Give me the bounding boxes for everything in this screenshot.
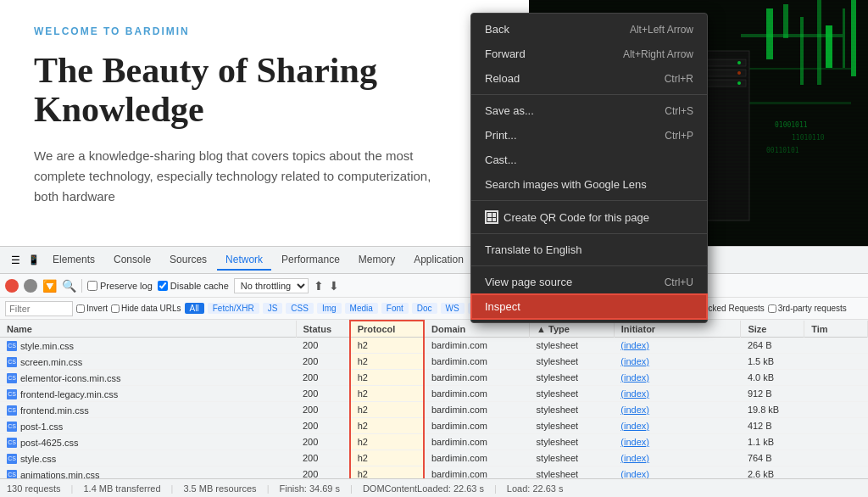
- tab-console[interactable]: Console: [105, 250, 159, 271]
- tab-network[interactable]: Network: [217, 250, 271, 271]
- table-row[interactable]: CS elementor-icons.min.css 200 h2 bardim…: [0, 370, 868, 386]
- export-icon[interactable]: ⬇: [329, 279, 339, 293]
- devtools-icon-mobile[interactable]: 📱: [25, 252, 42, 269]
- filter-ws[interactable]: WS: [441, 303, 465, 314]
- tab-memory[interactable]: Memory: [350, 250, 403, 271]
- filter-fetch-xhr[interactable]: Fetch/XHR: [208, 303, 259, 314]
- table-row[interactable]: CS screen.min.css 200 h2 bardimin.com st…: [0, 354, 868, 370]
- cell-initiator-2: (index): [614, 370, 741, 386]
- status-pipe-1: |: [71, 483, 74, 494]
- status-pipe-5: |: [494, 483, 497, 494]
- menu-item-qr[interactable]: Create QR Code for this page: [471, 204, 707, 230]
- filter-font[interactable]: Font: [381, 303, 409, 314]
- table-row[interactable]: CS frontend-legacy.min.css 200 h2 bardim…: [0, 386, 868, 402]
- cell-name-0: CS style.min.css: [0, 338, 296, 354]
- cell-size-1: 1.5 kB: [741, 354, 804, 370]
- col-size[interactable]: Size: [741, 321, 804, 338]
- cell-protocol-0: h2: [350, 338, 424, 354]
- table-row[interactable]: CS animations.min.css 200 h2 bardimin.co…: [0, 466, 868, 479]
- initiator-link-5[interactable]: (index): [620, 421, 649, 431]
- file-icon-3: CS frontend-legacy.min.css: [7, 389, 118, 399]
- preserve-log-label[interactable]: Preserve log: [87, 281, 153, 291]
- initiator-link-7[interactable]: (index): [620, 453, 649, 463]
- col-protocol[interactable]: Protocol: [350, 321, 424, 338]
- filter-js[interactable]: JS: [263, 303, 283, 314]
- cell-type-7: stylesheet: [530, 450, 615, 466]
- initiator-link-6[interactable]: (index): [620, 437, 649, 447]
- throttle-select[interactable]: No throttling Slow 3G Fast 3G: [234, 278, 309, 293]
- tab-elements[interactable]: Elements: [44, 250, 103, 271]
- menu-item-print[interactable]: Print... Ctrl+P: [471, 123, 707, 148]
- filter-css[interactable]: CSS: [286, 303, 314, 314]
- svg-rect-2: [783, 4, 788, 38]
- cell-name-2: CS elementor-icons.min.css: [0, 370, 296, 386]
- cell-status-7: 200: [296, 450, 350, 466]
- filter-icon[interactable]: 🔽: [42, 279, 57, 293]
- disable-cache-checkbox[interactable]: [158, 281, 168, 291]
- tab-application[interactable]: Application: [405, 250, 472, 271]
- cell-protocol-8: h2: [350, 466, 424, 479]
- record-button[interactable]: [5, 279, 19, 293]
- initiator-link-0[interactable]: (index): [620, 340, 649, 350]
- cell-size-3: 912 B: [741, 386, 804, 402]
- menu-item-forward[interactable]: Forward Alt+Right Arrow: [471, 42, 707, 66]
- cell-initiator-0: (index): [614, 338, 741, 354]
- status-transferred: 1.4 MB transferred: [83, 483, 160, 494]
- invert-label[interactable]: Invert: [76, 304, 108, 313]
- col-status[interactable]: Status: [296, 321, 350, 338]
- menu-item-cast[interactable]: Cast...: [471, 148, 707, 172]
- table-row[interactable]: CS style.min.css 200 h2 bardimin.com sty…: [0, 338, 868, 354]
- type-icon-6: CS: [7, 438, 17, 448]
- menu-item-reload[interactable]: Reload Ctrl+R: [471, 66, 707, 91]
- table-row[interactable]: CS style.css 200 h2 bardimin.com stylesh…: [0, 450, 868, 466]
- initiator-link-2[interactable]: (index): [620, 372, 649, 383]
- cell-time-7: [804, 450, 868, 466]
- table-row[interactable]: CS post-1.css 200 h2 bardimin.com styles…: [0, 418, 868, 434]
- cell-type-1: stylesheet: [530, 354, 615, 370]
- menu-item-view-source[interactable]: View page source Ctrl+U: [471, 270, 707, 294]
- filter-img[interactable]: Img: [317, 303, 342, 314]
- menu-item-save[interactable]: Save as... Ctrl+S: [471, 98, 707, 123]
- type-icon-1: CS: [7, 357, 17, 367]
- invert-checkbox[interactable]: [76, 304, 85, 313]
- menu-item-inspect[interactable]: Inspect: [471, 294, 707, 319]
- search-icon[interactable]: 🔍: [62, 279, 76, 293]
- import-icon[interactable]: ⬆: [314, 279, 324, 293]
- menu-item-back[interactable]: Back Alt+Left Arrow: [471, 17, 707, 42]
- cell-size-7: 764 B: [741, 450, 804, 466]
- col-name[interactable]: Name: [0, 321, 296, 338]
- tab-performance[interactable]: Performance: [273, 250, 348, 271]
- third-party-checkbox[interactable]: [768, 304, 776, 313]
- menu-shortcut-save: Ctrl+S: [665, 105, 693, 117]
- status-bar: 130 requests | 1.4 MB transferred | 3.5 …: [0, 478, 868, 497]
- filter-media[interactable]: Media: [345, 303, 378, 314]
- initiator-link-8[interactable]: (index): [620, 469, 649, 478]
- menu-label-back: Back: [485, 23, 509, 36]
- qr-code-icon: [485, 210, 498, 224]
- devtools-icon-elements[interactable]: ☰: [7, 252, 24, 269]
- tab-sources[interactable]: Sources: [161, 250, 215, 271]
- toolbar-sep-1: [81, 279, 82, 293]
- stop-button[interactable]: [24, 279, 37, 293]
- hide-data-urls-checkbox[interactable]: [111, 304, 120, 313]
- table-row[interactable]: CS post-4625.css 200 h2 bardimin.com sty…: [0, 434, 868, 450]
- menu-item-translate[interactable]: Translate to English: [471, 237, 707, 262]
- cell-time-3: [804, 386, 868, 402]
- filter-doc[interactable]: Doc: [412, 303, 437, 314]
- initiator-link-1[interactable]: (index): [620, 356, 649, 366]
- cell-initiator-8: (index): [614, 466, 741, 479]
- menu-item-google-lens[interactable]: Search images with Google Lens: [471, 172, 707, 197]
- cell-domain-0: bardimin.com: [424, 338, 530, 354]
- filter-input[interactable]: [5, 301, 73, 316]
- preserve-log-checkbox[interactable]: [87, 281, 97, 291]
- hide-data-urls-label[interactable]: Hide data URLs: [111, 304, 181, 313]
- disable-cache-label[interactable]: Disable cache: [158, 281, 229, 291]
- initiator-link-3[interactable]: (index): [620, 388, 649, 399]
- cell-domain-1: bardimin.com: [424, 354, 530, 370]
- filter-all[interactable]: All: [185, 303, 204, 314]
- table-row[interactable]: CS frontend.min.css 200 h2 bardimin.com …: [0, 402, 868, 418]
- initiator-link-4[interactable]: (index): [620, 405, 649, 415]
- col-time[interactable]: Tim: [804, 321, 868, 338]
- menu-shortcut-reload: Ctrl+R: [665, 73, 693, 85]
- third-party-label[interactable]: 3rd-party requests: [768, 304, 847, 313]
